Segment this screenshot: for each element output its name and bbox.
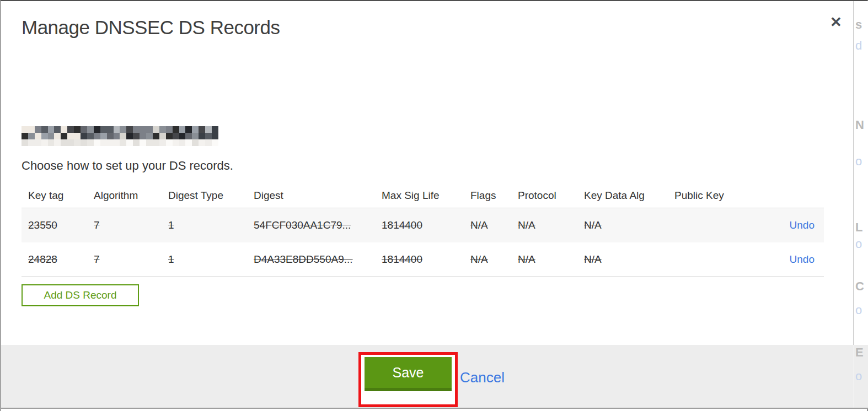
- background-text-fragment: o: [855, 303, 862, 317]
- table-row: 23550 7 1 54FCF030AA1C79... 1814400 N/A …: [22, 208, 824, 242]
- background-text-fragment: C: [855, 279, 864, 294]
- background-text-fragment: o: [855, 154, 862, 169]
- cell-protocol: N/A: [511, 253, 577, 266]
- background-text-fragment: L: [855, 220, 862, 235]
- cell-digest: D4A33E8DD550A9...: [247, 253, 375, 266]
- red-highlight-annotation: Save: [358, 352, 458, 407]
- redacted-domain-name: [22, 126, 218, 146]
- undo-link[interactable]: Undo: [790, 253, 815, 265]
- save-button[interactable]: Save: [365, 357, 452, 391]
- dialog-title: Manage DNSSEC DS Records: [22, 17, 280, 39]
- cell-max-sig-life: 1814400: [375, 219, 464, 231]
- dialog-footer: Save Cancel: [1, 345, 854, 408]
- undo-link[interactable]: Undo: [790, 219, 815, 231]
- cell-protocol: N/A: [511, 219, 577, 231]
- cell-flags: N/A: [464, 253, 511, 266]
- background-text-fragment: E: [855, 345, 864, 360]
- col-header-digest: Digest: [247, 190, 375, 202]
- cell-flags: N/A: [464, 219, 511, 231]
- col-header-flags: Flags: [464, 190, 511, 202]
- cell-key-data-alg: N/A: [577, 253, 668, 266]
- background-text-fragment: o: [855, 369, 862, 383]
- cell-key-data-alg: N/A: [577, 219, 668, 231]
- col-header-max-sig-life: Max Sig Life: [375, 190, 464, 202]
- cell-key-tag: 23550: [22, 219, 87, 231]
- close-icon[interactable]: ✕: [827, 13, 845, 31]
- background-text-fragment: o: [855, 237, 862, 251]
- table-row: 24828 7 1 D4A33E8DD550A9... 1814400 N/A …: [22, 242, 824, 277]
- cell-digest-type: 1: [162, 253, 247, 266]
- cancel-link[interactable]: Cancel: [460, 369, 505, 386]
- col-header-protocol: Protocol: [511, 190, 577, 202]
- table-header-row: Key tag Algorithm Digest Type Digest Max…: [22, 183, 824, 208]
- background-text-fragment: d: [855, 39, 862, 53]
- manage-dnssec-dialog: Manage DNSSEC DS Records ✕ Choose how to…: [1, 1, 854, 409]
- cell-digest-type: 1: [162, 219, 247, 231]
- col-header-digest-type: Digest Type: [162, 190, 247, 202]
- col-header-key-data-alg: Key Data Alg: [577, 190, 668, 202]
- col-header-key-tag: Key tag: [22, 190, 87, 202]
- cell-algorithm: 7: [87, 253, 162, 266]
- cell-digest: 54FCF030AA1C79...: [247, 219, 375, 231]
- background-text-fragment: s: [855, 18, 862, 32]
- frame-bottom-border: [1, 408, 868, 409]
- cell-algorithm: 7: [87, 219, 162, 231]
- ds-records-table: Key tag Algorithm Digest Type Digest Max…: [22, 183, 824, 277]
- background-text-fragment: N: [855, 118, 864, 132]
- screenshot-frame: Manage DNSSEC DS Records ✕ Choose how to…: [0, 0, 868, 411]
- cell-key-tag: 24828: [22, 253, 87, 266]
- add-ds-record-button[interactable]: Add DS Record: [22, 284, 139, 306]
- col-header-algorithm: Algorithm: [87, 190, 162, 202]
- cell-max-sig-life: 1814400: [375, 253, 464, 266]
- col-header-public-key: Public Key: [668, 190, 744, 202]
- background-page-strip: sdNoLoCoEo: [854, 1, 868, 408]
- dialog-subtitle: Choose how to set up your DS records.: [22, 159, 233, 173]
